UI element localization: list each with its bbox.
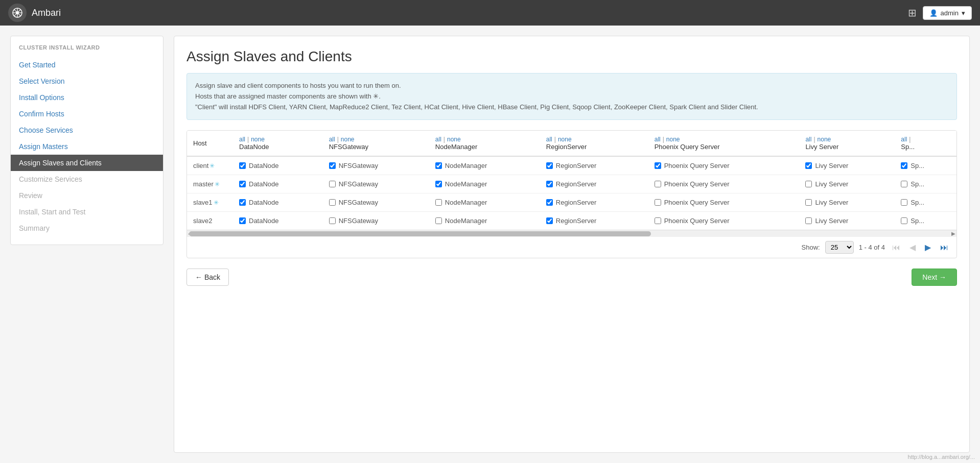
scroll-thumb[interactable] bbox=[189, 231, 651, 236]
livy_server-label-row0: Livy Server bbox=[815, 162, 848, 169]
horizontal-scrollbar[interactable]: ◀ ▶ bbox=[187, 230, 956, 237]
regionserver-checkbox-row0[interactable] bbox=[546, 162, 553, 169]
sidebar-item-get-started[interactable]: Get Started bbox=[11, 57, 163, 73]
next-button[interactable]: Next → bbox=[912, 269, 957, 286]
nodemanager-checkbox-row1[interactable] bbox=[435, 181, 442, 187]
regionserver-label-row1: RegionServer bbox=[556, 180, 597, 188]
regionserver-checkbox-row1[interactable] bbox=[546, 181, 553, 187]
phoenix-none-link[interactable]: none bbox=[666, 136, 680, 143]
admin-button[interactable]: 👤 admin ▾ bbox=[923, 6, 972, 20]
sidebar-item-confirm-hosts[interactable]: Confirm Hosts bbox=[11, 106, 163, 122]
livy_server-cell-row0: Livy Server bbox=[799, 156, 895, 175]
table-row: master✳ DataNode NFSGateway NodeManager … bbox=[187, 175, 956, 193]
regionserver-all-link[interactable]: all bbox=[546, 136, 552, 143]
phoenix_query_server-checkbox-row1[interactable] bbox=[655, 181, 661, 187]
spark-cell-row3: Sp... bbox=[895, 212, 956, 230]
datanode-none-link[interactable]: none bbox=[251, 136, 265, 143]
datanode-checkbox-row3[interactable] bbox=[239, 217, 246, 224]
nfsgateway-none-link[interactable]: none bbox=[341, 136, 355, 143]
sidebar-item-select-version[interactable]: Select Version bbox=[11, 73, 163, 89]
regionserver-none-link[interactable]: none bbox=[558, 136, 572, 143]
datanode-checkbox-row0[interactable] bbox=[239, 162, 246, 169]
regionserver-checkbox-row3[interactable] bbox=[546, 217, 553, 224]
phoenix_query_server-cell-row3: Phoenix Query Server bbox=[648, 212, 800, 230]
nfsgateway-checkbox-row0[interactable] bbox=[329, 162, 336, 169]
nfsgateway-label-row3: NFSGateway bbox=[339, 217, 378, 225]
table-row: client✳ DataNode NFSGateway NodeManager … bbox=[187, 156, 956, 175]
prev-page-button[interactable]: ◀ bbox=[907, 241, 918, 253]
sidebar-item-install-options[interactable]: Install Options bbox=[11, 89, 163, 106]
phoenix_query_server-label-row1: Phoenix Query Server bbox=[664, 180, 730, 188]
nodemanager-none-link[interactable]: none bbox=[447, 136, 461, 143]
spark-checkbox-row1[interactable] bbox=[901, 181, 907, 187]
regionserver-label-row3: RegionServer bbox=[556, 217, 597, 225]
host-name: client bbox=[193, 162, 208, 169]
next-page-button[interactable]: ▶ bbox=[923, 241, 933, 253]
phoenix_query_server-checkbox-row0[interactable] bbox=[655, 162, 661, 169]
header-right: ⊞ 👤 admin ▾ bbox=[908, 6, 972, 20]
admin-label: admin bbox=[941, 9, 959, 17]
scroll-right-arrow[interactable]: ▶ bbox=[951, 231, 955, 236]
nodemanager-checkbox-row3[interactable] bbox=[435, 217, 442, 224]
nodemanager-checkbox-row2[interactable] bbox=[435, 199, 442, 206]
nfsgateway-all-link[interactable]: all bbox=[329, 136, 335, 143]
url-hint: http://blog.a...ambari.org/... bbox=[908, 454, 975, 460]
sidebar-item-customize-services: Customize Services bbox=[11, 171, 163, 187]
spark-checkbox-row3[interactable] bbox=[901, 217, 907, 224]
nodemanager-all-link[interactable]: all bbox=[435, 136, 441, 143]
last-page-button[interactable]: ⏭ bbox=[938, 242, 950, 253]
nfsgateway-label-row1: NFSGateway bbox=[339, 180, 378, 188]
nodemanager-label-row3: NodeManager bbox=[445, 217, 487, 225]
table-row: slave1✳ DataNode NFSGateway NodeManager … bbox=[187, 193, 956, 212]
phoenix_query_server-cell-row0: Phoenix Query Server bbox=[648, 156, 800, 175]
per-page-select[interactable]: 10 25 50 100 bbox=[825, 241, 854, 254]
livy-all-link[interactable]: all bbox=[805, 136, 811, 143]
star-icon: ✳ bbox=[214, 199, 219, 206]
datanode-label-row1: DataNode bbox=[249, 180, 279, 188]
datanode-all-link[interactable]: all bbox=[239, 136, 245, 143]
nodemanager-cell-row0: NodeManager bbox=[429, 156, 540, 175]
app-title: Ambari bbox=[32, 8, 61, 18]
nfsgateway-checkbox-row1[interactable] bbox=[329, 181, 336, 187]
first-page-button[interactable]: ⏮ bbox=[890, 242, 902, 253]
nfsgateway-checkbox-row3[interactable] bbox=[329, 217, 336, 224]
spark-label-row0: Sp... bbox=[911, 162, 924, 169]
user-icon: 👤 bbox=[929, 9, 938, 17]
datanode-cell-row1: DataNode bbox=[233, 175, 323, 193]
back-button[interactable]: ← Back bbox=[186, 269, 229, 286]
table-row: slave2 DataNode NFSGateway NodeManager R… bbox=[187, 212, 956, 230]
datanode-checkbox-row1[interactable] bbox=[239, 181, 246, 187]
phoenix_query_server-cell-row2: Phoenix Query Server bbox=[648, 193, 800, 212]
livy_server-checkbox-row2[interactable] bbox=[805, 199, 812, 206]
nodemanager-cell-row1: NodeManager bbox=[429, 175, 540, 193]
phoenix-all-link[interactable]: all bbox=[655, 136, 661, 143]
host-name: master bbox=[193, 180, 214, 188]
star-icon: ✳ bbox=[215, 181, 220, 188]
livy_server-checkbox-row3[interactable] bbox=[805, 217, 812, 224]
livy_server-checkbox-row0[interactable] bbox=[805, 162, 812, 169]
regionserver-checkbox-row2[interactable] bbox=[546, 199, 553, 206]
regionserver-label-row2: RegionServer bbox=[556, 199, 597, 206]
content-area: Assign Slaves and Clients Assign slave a… bbox=[174, 36, 970, 453]
sidebar-item-assign-masters[interactable]: Assign Masters bbox=[11, 138, 163, 155]
spark-cell-row0: Sp... bbox=[895, 156, 956, 175]
datanode-checkbox-row2[interactable] bbox=[239, 199, 246, 206]
nfsgateway-label-row2: NFSGateway bbox=[339, 199, 378, 206]
spark-all-link[interactable]: all bbox=[901, 136, 907, 143]
host-cell-2: slave1✳ bbox=[187, 193, 233, 212]
sidebar-item-assign-slaves: Assign Slaves and Clients bbox=[11, 155, 163, 171]
spark-checkbox-row2[interactable] bbox=[901, 199, 907, 206]
actions-row: ← Back Next → bbox=[186, 269, 957, 286]
phoenix_query_server-checkbox-row3[interactable] bbox=[655, 217, 661, 224]
regionserver-cell-row3: RegionServer bbox=[540, 212, 648, 230]
nodemanager-label-row1: NodeManager bbox=[445, 180, 487, 188]
nodemanager-checkbox-row0[interactable] bbox=[435, 162, 442, 169]
spark-checkbox-row0[interactable] bbox=[901, 162, 907, 169]
sidebar-item-choose-services[interactable]: Choose Services bbox=[11, 122, 163, 138]
nfsgateway-checkbox-row2[interactable] bbox=[329, 199, 336, 206]
grid-icon[interactable]: ⊞ bbox=[908, 7, 917, 19]
livy_server-checkbox-row1[interactable] bbox=[805, 181, 812, 187]
livy-none-link[interactable]: none bbox=[818, 136, 831, 143]
phoenix_query_server-checkbox-row2[interactable] bbox=[655, 199, 661, 206]
sidebar-item-install-start-test: Install, Start and Test bbox=[11, 204, 163, 220]
